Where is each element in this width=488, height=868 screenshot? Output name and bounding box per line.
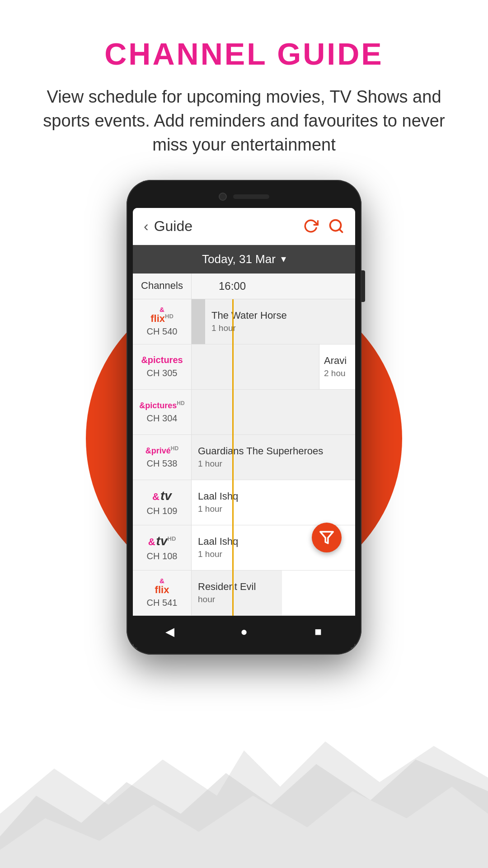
- channel-programs: The Water Horse 1 hour: [192, 299, 355, 344]
- channel-info: & tv CH 109: [133, 480, 192, 525]
- program-title: Laal Ishq: [198, 491, 349, 502]
- program-title: The Water Horse: [211, 310, 349, 321]
- channel-info: & flixHD CH 540: [133, 299, 192, 344]
- phone-top-bar: [133, 190, 355, 203]
- nav-recents-button[interactable]: ■: [309, 623, 327, 641]
- program-duration: hour: [198, 594, 276, 604]
- empty-program: [192, 390, 355, 434]
- program-block[interactable]: The Water Horse 1 hour: [205, 299, 355, 344]
- app-title: Guide: [154, 218, 192, 235]
- channel-row: & flixHD CH 540 The Water Horse 1 hour: [133, 299, 355, 344]
- phone-camera: [219, 193, 227, 201]
- phone-screen: ‹ Guide: [133, 208, 355, 648]
- channel-logo: & flixHD: [150, 306, 174, 324]
- channel-row: & flix CH 541 Resident Evil hour: [133, 571, 355, 616]
- program-title: Resident Evil: [198, 581, 276, 593]
- program-duration: 1 hour: [211, 323, 349, 333]
- date-bar[interactable]: Today, 31 Mar ▾: [133, 245, 355, 274]
- channel-number: CH 109: [147, 506, 178, 516]
- phone-mockup: ‹ Guide: [127, 180, 361, 655]
- channel-row: &picturesHD CH 304: [133, 390, 355, 435]
- nav-home-button[interactable]: ●: [235, 623, 253, 641]
- phone-bottom-nav: ◀ ● ■: [133, 616, 355, 648]
- empty-program: [192, 344, 319, 389]
- channel-programs: Resident Evil hour: [192, 571, 355, 615]
- channel-number: CH 305: [147, 368, 178, 378]
- guide-content: & flixHD CH 540 The Water Horse 1 hour: [133, 299, 355, 616]
- channel-row: & tv CH 109 Laal Ishq 1 hour: [133, 480, 355, 525]
- back-button[interactable]: ‹ Guide: [144, 218, 192, 235]
- app-action-icons: [303, 218, 344, 234]
- channel-logo: & tv: [152, 489, 172, 503]
- bg-mountains: [0, 723, 488, 868]
- channel-info: &picturesHD CH 304: [133, 390, 192, 434]
- program-overflow[interactable]: Aravi 2 hou: [319, 344, 355, 389]
- program-partial-left: [192, 299, 205, 344]
- svg-line-4: [339, 229, 343, 232]
- channel-programs: [192, 390, 355, 434]
- phone-speaker: [233, 194, 269, 199]
- page-title: CHANNEL GUIDE: [27, 36, 461, 71]
- channel-number: CH 538: [147, 458, 178, 469]
- channel-info: &pictures CH 305: [133, 344, 192, 389]
- header-section: CHANNEL GUIDE View schedule for upcoming…: [0, 0, 488, 171]
- channel-programs: Guardians The Superheroes 1 hour: [192, 435, 355, 480]
- program-duration: 1 hour: [198, 459, 349, 469]
- refresh-button[interactable]: [303, 218, 319, 234]
- channels-header: Channels: [133, 274, 192, 299]
- nav-home-icon: ●: [240, 625, 248, 639]
- channel-logo: &picturesHD: [139, 400, 184, 410]
- nav-back-button[interactable]: ◀: [161, 623, 179, 641]
- date-label: Today, 31 Mar: [202, 252, 276, 266]
- program-duration: 1 hour: [198, 504, 349, 514]
- channel-programs: Laal Ishq 1 hour: [192, 480, 355, 525]
- overflow-duration: 2 hou: [324, 368, 351, 378]
- channel-row: &privéHD CH 538 Guardians The Superheroe…: [133, 435, 355, 480]
- channel-number: CH 304: [147, 413, 178, 424]
- program-block[interactable]: Guardians The Superheroes 1 hour: [192, 435, 355, 480]
- program-block[interactable]: Resident Evil hour: [192, 571, 282, 615]
- channel-row: &pictures CH 305 Aravi 2 hou: [133, 344, 355, 390]
- channel-number: CH 108: [147, 551, 178, 561]
- phone-mockup-container: ‹ Guide: [0, 180, 488, 655]
- program-title: Guardians The Superheroes: [198, 445, 349, 457]
- svg-marker-5: [320, 532, 333, 543]
- back-icon: ‹: [144, 218, 149, 235]
- channel-info: & tvHD CH 108: [133, 525, 192, 570]
- channel-info: &privéHD CH 538: [133, 435, 192, 480]
- date-chevron-icon: ▾: [281, 253, 286, 265]
- filter-fab-button[interactable]: [312, 523, 342, 552]
- channel-logo: & flix: [155, 577, 169, 595]
- filter-icon: [319, 530, 334, 545]
- channel-logo: & tvHD: [148, 534, 176, 548]
- search-button[interactable]: [328, 218, 344, 234]
- overflow-title: Aravi: [324, 355, 351, 367]
- channel-logo: &pictures: [141, 355, 183, 365]
- app-header: ‹ Guide: [133, 208, 355, 245]
- channel-logo: &privéHD: [145, 445, 178, 456]
- phone-side-button: [361, 270, 365, 302]
- channel-number: CH 541: [147, 598, 178, 608]
- page-subtitle: View schedule for upcoming movies, TV Sh…: [27, 85, 461, 157]
- nav-back-icon: ◀: [165, 625, 174, 639]
- channel-number: CH 540: [147, 326, 178, 337]
- channel-info: & flix CH 541: [133, 571, 192, 615]
- channel-programs: Aravi 2 hou: [192, 344, 355, 389]
- time-header: 16:00: [192, 274, 355, 299]
- nav-recents-icon: ■: [314, 625, 322, 639]
- program-block[interactable]: Laal Ishq 1 hour: [192, 480, 355, 525]
